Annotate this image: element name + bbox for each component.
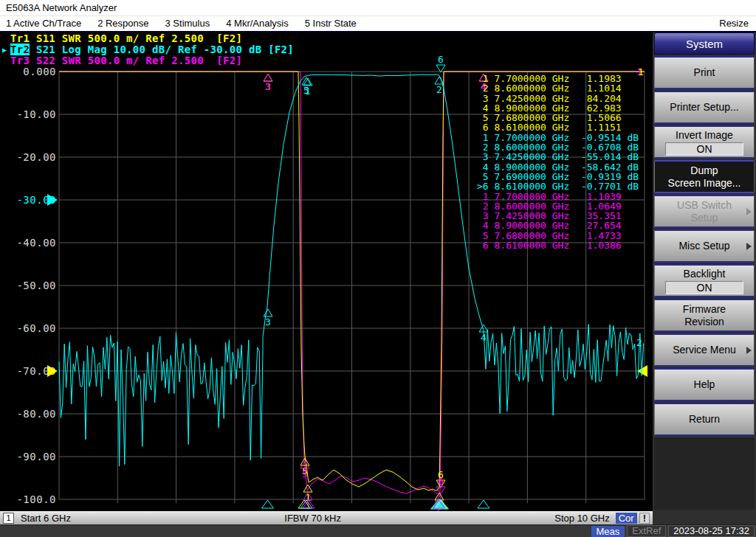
y-axis-label: -20.00: [16, 151, 56, 163]
marker-row-tr1-6: 6 8.6100000 GHz 1.1151: [477, 122, 639, 132]
softkey-dump-screen-image[interactable]: DumpScreen Image...: [654, 160, 755, 193]
submenu-arrow-icon: [746, 208, 752, 215]
marker-symbol: [264, 309, 272, 316]
active-trace-arrow-icon: ▶: [2, 44, 10, 55]
marker-number: 3: [265, 81, 271, 92]
datetime-display: 2023-08-25 17:32: [668, 525, 755, 537]
stop-frequency-label: Stop 10 GHz: [554, 513, 609, 524]
marker-number: 3: [265, 316, 271, 328]
menu-item-2[interactable]: 2 Response: [89, 16, 157, 31]
start-frequency-label: Start 6 GHz: [21, 513, 71, 524]
marker-symbol: [303, 485, 312, 492]
trace-info-tr3[interactable]: Tr3 S22 SWR 500.0 m/ Ref 2.500 [F2]: [2, 55, 294, 66]
marker-number: 4: [481, 332, 487, 343]
correction-badge: Cor: [616, 513, 637, 524]
marker-symbol: [264, 74, 272, 81]
marker-row-tr3-1: 1 7.7000000 GHz 1.1039: [477, 192, 639, 201]
resize-menu-item[interactable]: Resize: [719, 16, 756, 31]
softkey-return[interactable]: Return: [654, 403, 755, 436]
active-trace-arrow-icon: [2, 55, 10, 66]
marker-row-tr1-3: 3 7.4250000 GHz 84.204: [477, 94, 639, 103]
stimulus-bar-filler: [653, 511, 756, 524]
softkey-panel: System PrintPrinter Setup...Invert Image…: [653, 32, 756, 511]
y-axis-label: -90.00: [16, 451, 56, 462]
trace-indicator: 1: [638, 66, 644, 77]
stimulus-bar: 1 Start 6 GHz IFBW 70 kHz Stop 10 GHz Co…: [0, 511, 653, 524]
extref-status: ExtRef: [627, 525, 666, 537]
marker-row-tr3-4: 4 8.9000000 GHz 27.654: [477, 221, 639, 230]
instrument-screen: 0.000-10.00-20.00-30.00-40.00-50.00-60.0…: [0, 32, 653, 511]
y-axis-label: -40.00: [16, 237, 56, 249]
menu-item-5[interactable]: 5 Instr State: [297, 16, 365, 31]
softkey-backlight[interactable]: BacklightON: [654, 264, 755, 297]
softkey-help[interactable]: Help: [654, 368, 755, 401]
y-axis-label: -10.00: [16, 108, 56, 120]
meas-status-badge: Meas: [591, 526, 625, 537]
trace-id: Tr2: [10, 44, 30, 55]
softkey-service-menu[interactable]: Service Menu: [654, 333, 755, 367]
marker-row-tr2-2: 2 8.6000000 GHz -0.6708 dB: [477, 142, 639, 152]
softkey-firmware-revision[interactable]: FirmwareRevision: [654, 299, 755, 332]
marker-row-tr2-3: 3 7.4250000 GHz -55.014 dB: [477, 152, 639, 162]
softkey-invert-image[interactable]: Invert ImageON: [654, 125, 755, 159]
menu-item-1[interactable]: 1 Active Ch/Trace: [0, 16, 89, 31]
trace-info-tr2[interactable]: ▶Tr2 S21 Log Mag 10.00 dB/ Ref -30.00 dB…: [2, 44, 294, 55]
trace-format-text: S22 SWR 500.0 m/ Ref 2.500 [F2]: [30, 55, 242, 66]
marker-row-tr3-6: 6 8.6100000 GHz 1.0386: [477, 240, 639, 250]
warning-badge: !: [639, 513, 650, 524]
window-title: E5063A Network Analyzer: [6, 2, 117, 13]
submenu-arrow-icon: [746, 347, 752, 354]
submenu-arrow-icon: [746, 243, 752, 250]
marker-number: 2: [436, 84, 442, 95]
marker-row-tr1-2: 2 8.6000000 GHz 1.1014: [477, 83, 639, 93]
trace-id: Tr1: [10, 32, 30, 44]
y-axis-label: -50.00: [16, 280, 56, 291]
trace-id: Tr3: [10, 55, 30, 66]
menu-item-3[interactable]: 3 Stimulus: [157, 16, 219, 31]
softkey-panel-footer: [654, 438, 755, 510]
menubar: 1 Active Ch/Trace2 Response3 Stimulus4 M…: [0, 16, 756, 31]
softkey-state-value: ON: [665, 142, 743, 156]
marker-number: 6: [438, 476, 444, 487]
softkey-printer-setup[interactable]: Printer Setup...: [654, 91, 755, 124]
y-axis-label: -60.00: [16, 322, 56, 334]
y-axis-label: -100.0: [16, 493, 56, 505]
status-bar: Meas ExtRef 2023-08-25 17:32: [0, 524, 756, 537]
marker-row-tr1-5: 5 7.6800000 GHz 1.5066: [477, 113, 639, 122]
softkey-print[interactable]: Print: [654, 56, 755, 89]
marker-number: 5: [302, 468, 308, 479]
marker-readout-tables: 1 7.7000000 GHz 1.1983 2 8.6000000 GHz 1…: [477, 74, 639, 250]
trace-info-tr1[interactable]: Tr1 S11 SWR 500.0 m/ Ref 2.500 [F2]: [2, 33, 294, 44]
stimulus-marker: [262, 500, 274, 508]
y-axis-label: -80.00: [16, 408, 56, 420]
window-titlebar: E5063A Network Analyzer: [0, 0, 756, 16]
softkey-state-value: ON: [665, 281, 743, 294]
marker-row-tr2-1: 1 7.7000000 GHz -0.9514 dB: [477, 133, 639, 142]
marker-number: 5: [303, 85, 309, 96]
marker-row-tr3-5: 5 7.6800000 GHz 1.4733: [477, 231, 639, 240]
softkey-misc-setup[interactable]: Misc Setup: [654, 229, 755, 263]
marker-row-tr3-2: 2 8.6000000 GHz 1.0649: [477, 201, 639, 211]
channel-number-box: 1: [3, 513, 14, 524]
marker-row-tr2-4: 4 8.9000000 GHz -58.642 dB: [477, 162, 639, 172]
marker-symbol: [264, 74, 272, 81]
marker-row-tr2-5: 5 7.6900000 GHz -0.9319 dB: [477, 172, 639, 181]
softkey-menu-title: System: [654, 32, 755, 55]
marker-row-tr3-3: 3 7.4250000 GHz 35.351: [477, 211, 639, 221]
softkey-usb-switch-setup: USB SwitchSetup: [654, 195, 755, 228]
marker-row-tr1-1: 1 7.7000000 GHz 1.1983: [477, 74, 639, 83]
menubar-spacer: [365, 16, 719, 31]
active-trace-arrow-icon: [2, 33, 10, 44]
stimulus-marker: [478, 500, 489, 508]
marker-number: 6: [438, 54, 444, 65]
ifbw-label: IFBW 70 kHz: [284, 513, 341, 524]
trace-indicator: 2: [636, 337, 642, 348]
marker-row-tr2-6: >6 8.6100000 GHz -0.7701 dB: [477, 181, 639, 191]
trace-info-area: Tr1 S11 SWR 500.0 m/ Ref 2.500 [F2]▶Tr2 …: [2, 33, 294, 66]
trace-format-text: S11 SWR 500.0 m/ Ref 2.500 [F2]: [30, 32, 242, 44]
app-window: E5063A Network Analyzer 1 Active Ch/Trac…: [0, 0, 756, 537]
menu-item-4[interactable]: 4 Mkr/Analysis: [218, 16, 297, 31]
trace-format-text: S21 Log Mag 10.00 dB/ Ref -30.00 dB [F2]: [30, 44, 294, 55]
marker-row-tr1-4: 4 8.9000000 GHz 62.983: [477, 103, 639, 113]
y-axis-label: 0.000: [23, 66, 56, 77]
